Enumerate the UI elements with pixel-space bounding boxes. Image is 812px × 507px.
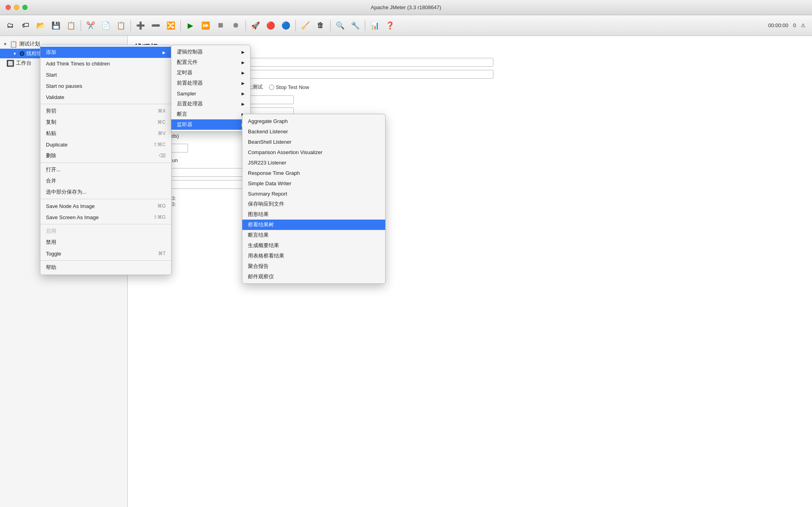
radio-start-next-label: Start Next Thread Loop (141, 84, 195, 90)
forever-label: 永远 (143, 145, 153, 152)
functions-button[interactable]: 🔧 (348, 18, 362, 33)
collapse-button[interactable]: ➖ (149, 18, 163, 33)
close-button[interactable] (6, 5, 11, 10)
save-button[interactable]: 💾 (49, 18, 63, 33)
toolbar-separator-5 (295, 20, 296, 31)
period-label: Period (in seconds) (134, 133, 806, 139)
clear-all-button[interactable]: 🗑 (313, 18, 328, 33)
tree-work-icon: 🔲 (6, 59, 14, 67)
toolbar-time-section: 00:00:00 0 ⚠ (768, 22, 809, 28)
start-no-pause-button[interactable]: ⏩ (198, 18, 213, 33)
thread-num-row (134, 95, 806, 104)
toggle-button[interactable]: 🔀 (164, 18, 178, 33)
tree-root-icon: 📋 (10, 40, 18, 48)
maximize-button[interactable] (22, 5, 28, 10)
action-radio-row: Start Next Thread Loop 停止线程 停止测试 Stop Te… (134, 83, 806, 91)
search-button[interactable]: 🔍 (333, 18, 347, 33)
templates-button[interactable]: 🏷 (18, 18, 33, 33)
delay-start-input[interactable] (145, 168, 265, 177)
start-button[interactable]: ▶ (183, 18, 198, 33)
elapsed-time: 00:00:00 (768, 22, 788, 28)
thread-num-input[interactable] (134, 95, 294, 104)
radio-stop-test-input[interactable] (235, 85, 240, 90)
comments-input[interactable] (134, 70, 493, 79)
tree-root-item[interactable]: ▼ 📋 测试计划 (0, 39, 127, 49)
open-button[interactable]: 📂 (34, 18, 48, 33)
loop-input[interactable] (134, 119, 294, 128)
main-layout: ▼ 📋 测试计划 ▼ ⚙ 线程组 🔲 工作台 线程组 Start Next Th… (0, 36, 812, 507)
name-field-row (134, 58, 806, 67)
tree-work-item[interactable]: 🔲 工作台 (0, 58, 127, 68)
warning-icon: ⚠ (801, 22, 806, 28)
name-input[interactable] (134, 58, 493, 67)
radio-stop-thread-input[interactable] (201, 85, 206, 90)
copy-button[interactable]: 📄 (99, 18, 113, 33)
toolbar: 🗂 🏷 📂 💾 📋 ✂️ 📄 📋 ➕ ➖ 🔀 ▶ ⏩ ⏹ ⏺ 🚀 🔴 🔵 🧹 🗑… (0, 15, 812, 36)
forever-row: 永远 (134, 144, 806, 152)
tree-thread-icon: ⚙ (19, 50, 25, 57)
radio-stop-test-label: 停止测试 (242, 83, 263, 91)
date-row-1: 2017/11/20 15:23: (134, 195, 806, 201)
forever-checkbox[interactable] (134, 146, 139, 151)
thread-creation-label: Thread creation un (134, 157, 806, 163)
ramp-time-row (134, 107, 806, 116)
remote-start-button[interactable]: 🚀 (248, 18, 263, 33)
tree-arrow-thread: ▼ (13, 51, 18, 56)
date-row-2: 2017/11/20 15:23: (134, 201, 806, 207)
clear-button[interactable]: 🧹 (298, 18, 313, 33)
stop-button[interactable]: ⏹ (214, 18, 228, 33)
save-test-button[interactable]: 📋 (64, 18, 78, 33)
expand-button[interactable]: ➕ (133, 18, 148, 33)
loop-row (134, 119, 806, 128)
titlebar: Apache JMeter (3.3 r1808647) (0, 0, 812, 15)
tree-thread-label: 线程组 (26, 50, 42, 57)
toolbar-separator-1 (81, 20, 81, 31)
tree-thread-item[interactable]: ▼ ⚙ 线程组 (0, 49, 127, 58)
toolbar-separator-7 (365, 20, 365, 31)
delay-end-label: (秒) (134, 181, 142, 188)
log-button[interactable]: 📊 (368, 18, 382, 33)
radio-start-next[interactable]: Start Next Thread Loop (134, 84, 195, 90)
error-count: 0 (793, 22, 796, 28)
shutdown-button[interactable]: ⏺ (229, 18, 243, 33)
radio-start-next-input[interactable] (134, 85, 139, 90)
delay-end-input[interactable] (145, 180, 265, 189)
radio-stop-thread-label: 停止线程 (208, 83, 229, 91)
cut-button[interactable]: ✂️ (83, 18, 98, 33)
remote-stop-button[interactable]: 🔴 (263, 18, 278, 33)
toolbar-separator-3 (180, 20, 181, 31)
radio-stop-test-now-label: Stop Test Now (276, 84, 309, 90)
paste-button[interactable]: 📋 (114, 18, 128, 33)
radio-stop-test-now-input[interactable] (269, 85, 274, 90)
tree-arrow-root: ▼ (3, 42, 8, 46)
delay-end-row: (秒) (134, 180, 806, 189)
radio-stop-test-now[interactable]: Stop Test Now (269, 84, 309, 90)
window-controls (0, 5, 28, 10)
content-area: 线程组 Start Next Thread Loop 停止线程 停止测试 (128, 36, 812, 507)
forever-value-input[interactable] (156, 144, 188, 152)
sidebar: ▼ 📋 测试计划 ▼ ⚙ 线程组 🔲 工作台 (0, 36, 128, 507)
delay-start-row: (秒) (134, 168, 806, 177)
radio-stop-thread[interactable]: 停止线程 (201, 83, 229, 91)
new-button[interactable]: 🗂 (3, 18, 18, 33)
delay-start-label: (秒) (134, 169, 142, 176)
radio-stop-test[interactable]: 停止测试 (235, 83, 263, 91)
tree-root-label: 测试计划 (19, 40, 40, 48)
tree-work-label: 工作台 (16, 59, 32, 67)
minimize-button[interactable] (14, 5, 19, 10)
toolbar-separator-4 (246, 20, 246, 31)
toolbar-separator-6 (330, 20, 331, 31)
ramp-time-input[interactable] (134, 107, 294, 116)
content-title: 线程组 (134, 42, 806, 53)
remote-stop2-button[interactable]: 🔵 (279, 18, 293, 33)
help-button[interactable]: ❓ (383, 18, 397, 33)
comments-field-row (134, 70, 806, 79)
toolbar-separator-2 (131, 20, 131, 31)
app-title: Apache JMeter (3.3 r1808647) (371, 4, 441, 10)
